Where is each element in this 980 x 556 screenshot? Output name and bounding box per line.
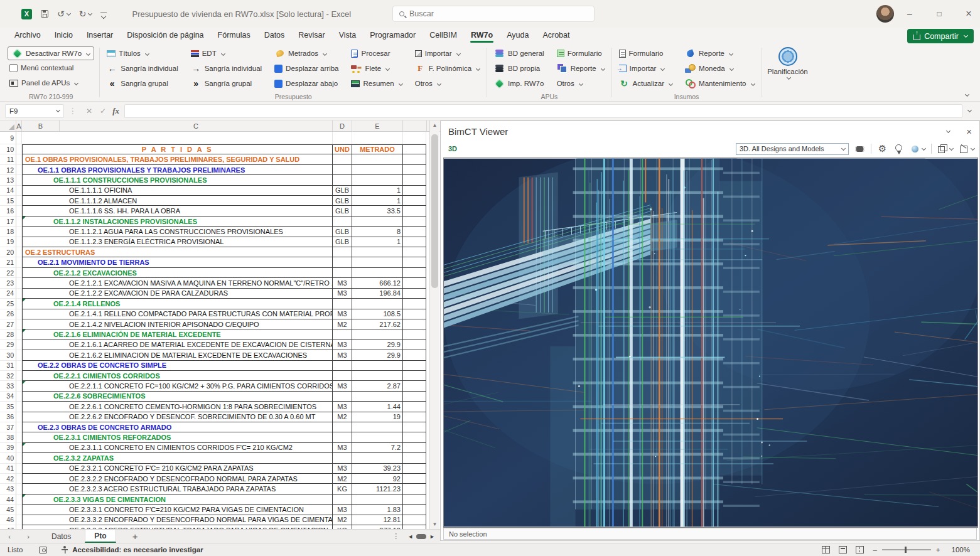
- column-header-e[interactable]: E: [352, 120, 403, 131]
- cell-und[interactable]: [333, 154, 352, 164]
- ribbon-button-titulos[interactable]: Títulos: [105, 46, 180, 61]
- cell-extra[interactable]: [403, 422, 426, 432]
- cell-metrado[interactable]: [352, 329, 403, 339]
- viewer-sphere-button[interactable]: [910, 144, 925, 154]
- table-row[interactable]: 36OE.2.2.6.2 ENCOFRADO Y DESENCOF. SOBRE…: [0, 412, 427, 422]
- cell-metrado[interactable]: 1: [352, 237, 403, 247]
- row-header[interactable]: 12: [0, 165, 16, 175]
- cell-extra[interactable]: [403, 484, 426, 494]
- cell-und[interactable]: KG: [333, 484, 352, 494]
- cell-extra[interactable]: [403, 206, 426, 216]
- cell-und[interactable]: UND: [333, 144, 352, 154]
- ribbon-button-bd-general[interactable]: BD general: [492, 46, 546, 61]
- column-header-a[interactable]: A: [16, 120, 22, 131]
- table-row[interactable]: 38OE.2.3.1 CIMIENTOS REFORZADOS: [0, 432, 427, 442]
- ribbon-button-imp-rw7o[interactable]: Imp. RW7o: [492, 76, 546, 91]
- expand-formula-bar-button[interactable]: [967, 108, 972, 112]
- cell-extra[interactable]: [403, 432, 426, 442]
- table-row[interactable]: 43OE.2.3.2.3 ACERO ESTRUCTURAL TRABAJADO…: [0, 484, 427, 494]
- cell-und[interactable]: [333, 132, 352, 144]
- cell-und[interactable]: M3: [333, 350, 352, 360]
- cell-und[interactable]: [333, 495, 352, 505]
- horizontal-scrollbar[interactable]: ◄ ►: [407, 533, 435, 540]
- cell-metrado[interactable]: 1.83: [352, 505, 403, 515]
- zoom-percentage[interactable]: 100%: [952, 546, 970, 553]
- cell-partida[interactable]: OE.2.2.1.1 CONCRETO FC=100 KG/CM2 + 30% …: [22, 381, 333, 391]
- row-header[interactable]: 31: [0, 361, 16, 371]
- cell-und[interactable]: [333, 392, 352, 402]
- cell-metrado[interactable]: 196.84: [352, 289, 403, 299]
- cell-extra[interactable]: [403, 474, 426, 484]
- cell-partida[interactable]: OE.2.3.1 CIMIENTOS REFORZADOS: [22, 432, 333, 442]
- cell-und[interactable]: M3: [333, 381, 352, 391]
- cell-a[interactable]: [16, 515, 22, 525]
- tab-datos[interactable]: Datos: [257, 29, 292, 43]
- tab-archivo[interactable]: Archivo: [8, 29, 48, 43]
- cell-partida[interactable]: OE.2.3.1.1 CONCRETO EN CIMIENTOS CORRIDO…: [22, 443, 333, 453]
- add-sheet-button[interactable]: +: [132, 531, 138, 542]
- viewer-cube-wireframe-button[interactable]: [937, 144, 953, 154]
- cell-partida[interactable]: OE.2.3.3.2 ENCOFRADO Y DESENCOFRADO NORM…: [22, 515, 333, 525]
- cell-extra[interactable]: [403, 247, 426, 257]
- cell-a[interactable]: [16, 381, 22, 391]
- cell-extra[interactable]: [403, 217, 426, 227]
- cell-partida[interactable]: OE.1.1.1.1 OFICINA: [22, 186, 333, 196]
- cell-metrado[interactable]: [352, 361, 403, 371]
- sheet-tab-pto[interactable]: Pto: [85, 530, 116, 543]
- cell-a[interactable]: [16, 412, 22, 422]
- cell-metrado[interactable]: 7.2: [352, 443, 403, 453]
- cell-extra[interactable]: [403, 268, 426, 278]
- formula-input[interactable]: [124, 104, 962, 118]
- table-row[interactable]: 26OE.2.1.4.1 RELLENO COMPACTADO PARA EST…: [0, 309, 427, 319]
- ribbon-button-desplazar-arriba[interactable]: Desplazar arriba: [272, 61, 340, 76]
- cell-a[interactable]: [16, 443, 22, 453]
- cell-partida[interactable]: OE.1.1.2.1 AGUA PARA LAS CONSTRUCCIONES …: [22, 227, 333, 237]
- table-row[interactable]: 41OE.2.3.2.1 CONCRETO F'C= 210 KG/CM2 PA…: [0, 464, 427, 474]
- zoom-slider-thumb[interactable]: [905, 547, 907, 553]
- table-row[interactable]: 33OE.2.2.1.1 CONCRETO FC=100 KG/CM2 + 30…: [0, 381, 427, 391]
- cell-extra[interactable]: [403, 350, 426, 360]
- search-input[interactable]: Buscar: [392, 6, 595, 22]
- table-row[interactable]: 11OE.1 OBRAS PROVISIONALES, TRABAJOS PRE…: [0, 154, 427, 164]
- row-header[interactable]: 17: [0, 217, 16, 227]
- row-header[interactable]: 10: [0, 144, 16, 154]
- table-row[interactable]: 9: [0, 132, 427, 144]
- save-button[interactable]: [41, 10, 48, 18]
- cell-metrado[interactable]: 8: [352, 227, 403, 237]
- cell-partida[interactable]: OE.2.1.4.2 NIVELACION INTERIOR APISONADO…: [22, 319, 333, 329]
- cell-extra[interactable]: [403, 289, 426, 299]
- row-header[interactable]: 37: [0, 422, 16, 432]
- cell-a[interactable]: [16, 144, 22, 154]
- cell-partida[interactable]: OE.2.2.1 CIMIENTOS CORRIDOS: [22, 371, 333, 381]
- cell-metrado[interactable]: 1: [352, 186, 403, 196]
- ribbon-button-metrados[interactable]: Metrados: [272, 46, 340, 61]
- cell-und[interactable]: M2: [333, 474, 352, 484]
- cell-extra[interactable]: [403, 257, 426, 267]
- table-row[interactable]: 27OE.2.1.4.2 NIVELACION INTERIOR APISONA…: [0, 319, 427, 329]
- accessibility-status[interactable]: Accesibilidad: es necesario investigar: [72, 546, 203, 553]
- cell-und[interactable]: M3: [333, 402, 352, 412]
- cell-a[interactable]: [16, 453, 22, 463]
- cell-extra[interactable]: [403, 144, 426, 154]
- ribbon-button-importar[interactable]: Importar: [413, 46, 482, 61]
- normal-view-button[interactable]: [822, 546, 830, 553]
- cell-partida[interactable]: OE.2.1.6.2 ELIMINACION DE MATERIAL EXCED…: [22, 350, 333, 360]
- cell-und[interactable]: [333, 217, 352, 227]
- cell-partida[interactable]: OE.2.1.6 ELIMINACIÓN DE MATERIAL EXCEDEN…: [22, 329, 333, 339]
- table-row[interactable]: 20OE.2 ESTRUCTURAS: [0, 247, 427, 257]
- cell-a[interactable]: [16, 484, 22, 494]
- row-header[interactable]: 45: [0, 505, 16, 515]
- minimize-button[interactable]: –: [895, 0, 924, 28]
- ribbon-button-bd-propia[interactable]: BD propia: [492, 61, 546, 76]
- row-header[interactable]: 13: [0, 175, 16, 185]
- vertical-scroll-thumb[interactable]: [431, 134, 438, 288]
- row-header[interactable]: 29: [0, 340, 16, 350]
- cell-metrado[interactable]: [352, 175, 403, 185]
- table-row[interactable]: 30OE.2.1.6.2 ELIMINACION DE MATERIAL EXC…: [0, 350, 427, 360]
- table-row[interactable]: 46OE.2.3.3.2 ENCOFRADO Y DESENCOFRADO NO…: [0, 515, 427, 525]
- cell-und[interactable]: [333, 165, 352, 175]
- cell-partida[interactable]: OE.1.1.1 CONSTRUCCIONES PROVISIONALES: [22, 175, 333, 185]
- viewer-gear-button[interactable]: [877, 144, 888, 154]
- cell-a[interactable]: [16, 402, 22, 412]
- cell-und[interactable]: M2: [333, 319, 352, 329]
